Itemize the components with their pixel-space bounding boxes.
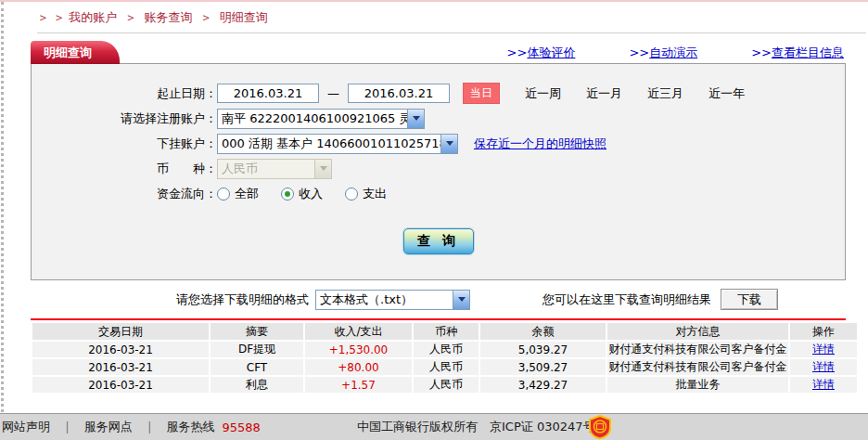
sub-account-select[interactable]: 000 活期 基本户 1406600101102571848 [217,134,458,154]
breadcrumb-separator: ＞ [124,10,136,24]
footer-hotline-number: 95588 [222,421,260,434]
table-row: 2016-03-21 DF提现 +1,530.00 人民币 5,039.27 财… [32,342,857,357]
quick-range-last-year[interactable]: 近一年 [708,85,745,102]
radio-icon[interactable] [345,188,358,201]
table-header-row: 交易日期 摘要 收入/支出 币种 余额 对方信息 操作 [32,323,857,340]
download-format-select[interactable]: 文本格式（.txt） [315,290,470,310]
tab-detail-query[interactable]: 明细查询 [31,41,120,64]
link-view-column-info[interactable]: >>查看栏目信息 [751,45,844,61]
quick-range-last-month[interactable]: 近一月 [586,85,622,102]
cell-counterparty: 批量业务 [607,377,788,393]
download-hint: 您可以在这里下载查询明细结果 [542,291,711,308]
breadcrumb-prefix: ＞ ＞ [37,10,65,24]
radio-icon[interactable] [217,188,230,201]
register-account-select[interactable]: 南平 6222001406100921065 灵通卡 [217,109,425,129]
currency-value: 人民币 [218,160,314,178]
footer-separator: ｜ [144,419,156,435]
query-button[interactable]: 查 询 [403,228,474,254]
currency-label: 币 种： [32,161,217,177]
quick-range-last-week[interactable]: 近一周 [525,85,561,102]
link-arrows: >> [751,45,772,59]
cell-counterparty: 财付通支付科技有限公司客户备付金 [607,359,788,375]
register-account-row: 请选择注册账户： 南平 6222001406100921065 灵通卡 [32,106,845,131]
footer-separator: ｜ [61,419,73,435]
cell-balance: 5,039.27 [480,342,606,357]
fund-flow-radio-all[interactable]: 全部 [217,186,259,202]
footer-copyright: 中国工商银行版权所有 京ICP证 030247号 [357,414,595,440]
radio-label: 收入 [299,186,323,202]
footer-link-service-outlets[interactable]: 服务网点 [84,419,133,435]
icp-shield-badge-icon [588,415,612,439]
link-experience-evaluation[interactable]: >>体验评价 [507,45,576,61]
end-date-input[interactable] [348,84,450,103]
chevron-down-icon [314,160,331,178]
register-account-value: 南平 6222001406100921065 灵通卡 [218,110,407,128]
fund-flow-radio-expense[interactable]: 支出 [345,186,387,202]
col-header-action: 操作 [790,323,857,340]
chevron-down-icon[interactable] [453,291,469,309]
radio-label: 支出 [363,186,387,202]
cell-date: 2016-03-21 [32,342,209,357]
breadcrumb-divider [37,32,866,33]
radio-label: 全部 [235,186,259,202]
main-content: 明细查询 >>体验评价 >>自动演示 >>查看栏目信息 起止日期： — 当日 近… [31,43,846,395]
link-arrows: >> [629,45,649,59]
save-monthly-snapshot-link[interactable]: 保存近一个月的明细快照 [474,136,606,152]
radio-icon[interactable] [281,188,294,201]
sub-account-row: 下挂账户： 000 活期 基本户 1406600101102571848 保存近… [32,131,845,156]
col-header-date: 交易日期 [32,323,209,340]
breadcrumb: ＞ ＞ 我的账户 ＞ 账务查询 ＞ 明细查询 [0,2,868,26]
footer-link-site-statement[interactable]: 网站声明 [2,419,50,435]
register-account-label: 请选择注册账户： [32,110,217,127]
cell-currency: 人民币 [414,342,479,357]
quick-range-today-button[interactable]: 当日 [463,83,500,104]
footer: 网站声明 ｜ 服务网点 ｜ 服务热线 95588 中国工商银行版权所有 京ICP… [0,413,868,440]
date-range-dash: — [327,86,339,100]
link-auto-demo[interactable]: >>自动演示 [629,45,697,61]
download-row: 请您选择下载明细的格式 文本格式（.txt） 您可以在这里下载查询明细结果 下载 [31,289,846,310]
cell-balance: 3,429.27 [480,377,606,393]
footer-hotline-label: 服务热线 [166,419,214,435]
cell-amount: +1.57 [305,377,412,393]
cell-amount: +80.00 [305,359,412,375]
cell-currency: 人民币 [414,377,479,393]
quick-range-last-3-months[interactable]: 近三月 [647,85,683,102]
breadcrumb-item-my-account[interactable]: 我的账户 [69,10,117,24]
detail-link[interactable]: 详情 [812,378,835,391]
cell-summary: 利息 [211,377,303,393]
cell-date: 2016-03-21 [32,377,209,393]
download-format-label: 请您选择下载明细的格式 [176,291,309,308]
download-format-value: 文本格式（.txt） [316,291,453,309]
breadcrumb-separator: ＞ [200,10,212,24]
col-header-balance: 余额 [480,323,606,340]
table-row: 2016-03-21 CFT +80.00 人民币 3,509.27 财付通支付… [32,359,857,375]
sub-account-value: 000 活期 基本户 1406600101102571848 [218,135,440,153]
date-range-row: 起止日期： — 当日 近一周 近一月 近三月 近一年 [32,81,845,106]
cell-balance: 3,509.27 [480,359,606,375]
chevron-down-icon[interactable] [407,110,424,128]
sub-account-label: 下挂账户： [32,136,217,152]
start-date-input[interactable] [217,84,319,103]
footer-links: 网站声明 ｜ 服务网点 ｜ 服务热线 95588 [2,419,261,435]
breadcrumb-item-detail-query[interactable]: 明细查询 [220,10,268,24]
fund-flow-label: 资金流向： [32,186,217,202]
query-form-panel: 起止日期： — 当日 近一周 近一月 近三月 近一年 请选择注册账户： 南平 6… [31,63,846,280]
transactions-table: 交易日期 摘要 收入/支出 币种 余额 对方信息 操作 2016-03-21 D… [31,321,859,395]
detail-link[interactable]: 详情 [812,343,835,356]
col-header-currency: 币种 [414,323,479,340]
top-links: >>体验评价 >>自动演示 >>查看栏目信息 [507,45,844,61]
red-divider [31,318,846,320]
cell-counterparty: 财付通支付科技有限公司客户备付金 [607,342,788,357]
breadcrumb-item-account-query[interactable]: 账务查询 [145,10,193,24]
date-range-label: 起止日期： [32,85,217,102]
chevron-down-icon[interactable] [440,135,457,153]
fund-flow-radio-income[interactable]: 收入 [281,186,323,202]
left-frame-border [1,2,4,412]
detail-link[interactable]: 详情 [812,360,835,373]
currency-row: 币 种： 人民币 [32,156,845,181]
cell-amount: +1,530.00 [305,342,412,357]
fund-flow-row: 资金流向： 全部 收入 支出 [32,181,845,206]
col-header-summary: 摘要 [211,323,303,340]
download-button[interactable]: 下载 [721,289,778,310]
cell-summary: DF提现 [211,342,303,357]
